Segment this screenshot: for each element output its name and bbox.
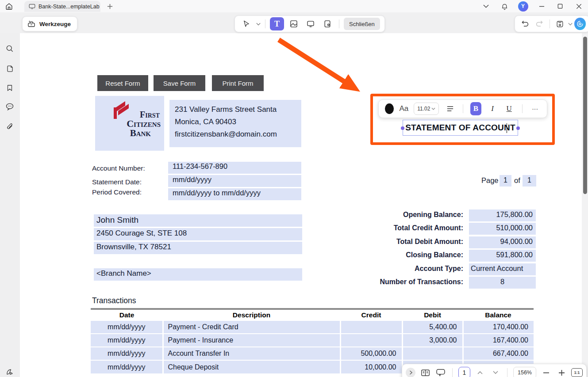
cell-date[interactable]: mm/dd/yyyy [91, 360, 163, 373]
reading-mode-button[interactable] [419, 367, 431, 377]
minimize-button[interactable] [532, 0, 551, 12]
page-number-input[interactable]: 1 [458, 367, 470, 377]
cell-description[interactable]: Account Transfer In [163, 347, 340, 360]
page-total-field[interactable]: 1 [523, 175, 536, 187]
period-covered-field[interactable]: mm/dd/yyyy to mm/dd/yyyy [168, 188, 301, 200]
new-tab-button[interactable] [105, 2, 114, 11]
account-button[interactable]: Y [514, 0, 532, 12]
cell-credit[interactable]: 500,000.00 [340, 347, 402, 360]
bookmarks-panel-button[interactable] [4, 82, 16, 94]
more-options-button[interactable]: ··· [529, 102, 541, 115]
scrollbar-thumb[interactable] [583, 37, 587, 194]
statement-title-textbox[interactable]: STATEMENT OF ACCOUNT [403, 120, 518, 136]
toolbar-divider [265, 19, 265, 28]
comments-panel-button[interactable] [4, 100, 16, 113]
page-current-field[interactable]: 1 [500, 175, 511, 187]
resize-handle-left[interactable] [401, 126, 404, 130]
location-tool-button[interactable] [320, 17, 334, 30]
cell-debit[interactable] [402, 347, 463, 360]
cell-balance[interactable]: 170,400.00 [463, 320, 534, 334]
attachments-panel-button[interactable] [4, 121, 16, 133]
speech-bubble-icon [436, 369, 446, 377]
underline-button[interactable]: U [503, 102, 515, 115]
link-tool-button[interactable] [304, 17, 318, 30]
cell-debit[interactable]: 5,400.00 [402, 320, 463, 334]
cell-balance[interactable]: 167,400.00 [463, 334, 534, 347]
cell-date[interactable]: mm/dd/yyyy [91, 334, 163, 347]
transaction-count-field[interactable]: 8 [469, 277, 536, 289]
print-form-button[interactable]: Print Form [212, 75, 264, 91]
zoom-out-button[interactable] [540, 367, 552, 377]
total-credit-field[interactable]: 510,000.00 [469, 223, 536, 235]
undo-button[interactable] [519, 17, 531, 30]
bank-logo-line1: First [127, 110, 161, 119]
cell-debit[interactable]: 3,000.00 [402, 334, 463, 347]
font-color-button[interactable] [385, 103, 394, 114]
opening-balance-field[interactable]: 175,800.00 [469, 209, 536, 221]
collapse-toolbar-button[interactable] [406, 368, 415, 377]
statement-date-field[interactable]: mm/dd/yyyy [168, 175, 301, 187]
notifications-button[interactable] [495, 0, 514, 12]
save-button[interactable] [553, 17, 566, 30]
account-type-field[interactable]: Current Account [469, 263, 536, 275]
home-button[interactable] [4, 1, 14, 11]
zoom-in-button[interactable] [556, 367, 567, 377]
actual-size-button[interactable]: 1:1 [571, 367, 583, 377]
thumbnails-panel-button[interactable] [4, 62, 16, 75]
redo-button[interactable] [533, 17, 546, 30]
search-panel-button[interactable] [4, 42, 16, 55]
cell-balance[interactable]: 667,400.00 [463, 347, 534, 360]
image-icon [289, 19, 298, 28]
cell-credit[interactable] [340, 320, 402, 334]
cell-date[interactable]: mm/dd/yyyy [91, 320, 163, 334]
bold-button[interactable]: B [470, 102, 482, 115]
close-window-button[interactable] [569, 0, 588, 12]
cell-description[interactable]: Cheque Deposit [163, 360, 340, 373]
cell-date[interactable]: mm/dd/yyyy [91, 347, 163, 360]
tools-button[interactable]: Werkzeuge [22, 16, 77, 31]
history-toolbar [515, 15, 588, 32]
align-button[interactable] [444, 102, 456, 115]
account-number-field[interactable]: 111-234-567-890 [168, 162, 301, 174]
text-cursor [507, 123, 507, 133]
zoom-level-button[interactable]: 156% [513, 367, 536, 377]
text-tool-button[interactable]: T [270, 17, 284, 30]
tab-title: Bank-State...emplateLab [38, 4, 100, 10]
customer-name-field[interactable]: John Smith [94, 214, 302, 227]
document-tab[interactable]: Bank-State...emplateLab [24, 1, 100, 12]
closing-balance-field[interactable]: 591,800.00 [469, 250, 536, 262]
one-to-one-icon: 1:1 [571, 368, 583, 377]
bank-address-field[interactable]: 231 Valley Farms Street Santa Monica, CA… [169, 100, 301, 147]
cell-credit[interactable] [340, 334, 402, 347]
customer-city-field[interactable]: Brownsville, TX 78521 [94, 242, 302, 254]
italic-button[interactable]: I [487, 102, 498, 115]
image-tool-button[interactable] [287, 17, 301, 30]
ai-assistant-button[interactable] [574, 18, 586, 30]
customer-street-field[interactable]: 2450 Courage St, STE 108 [94, 228, 302, 240]
font-family-button[interactable]: Aa [399, 104, 408, 113]
annotation-mode-button[interactable] [435, 367, 446, 377]
previous-page-button[interactable] [474, 367, 486, 377]
resize-handle-right[interactable] [516, 126, 520, 130]
vertical-scrollbar[interactable] [582, 33, 588, 377]
toolbar-divider [339, 19, 339, 28]
paperclip-icon [6, 123, 14, 131]
select-tool-chevron-icon[interactable] [256, 23, 261, 26]
total-debit-field[interactable]: 94,000.00 [469, 236, 536, 248]
save-options-chevron-icon[interactable] [568, 23, 573, 26]
stamp-panel-button[interactable] [4, 366, 16, 377]
save-form-button[interactable]: Save Form [154, 75, 205, 91]
window-menu-button[interactable] [477, 0, 495, 12]
cell-description[interactable]: Payment - Insurance [163, 334, 340, 347]
branch-name-field[interactable]: <Branch Name> [94, 268, 302, 281]
font-size-dropdown[interactable]: 11.02 [414, 103, 439, 115]
close-icon [576, 4, 582, 9]
total-debit-label: Total Debit Amount: [335, 238, 463, 246]
close-edit-mode-button[interactable]: Schließen [344, 18, 380, 30]
next-page-button[interactable] [490, 367, 501, 377]
maximize-button[interactable] [551, 0, 569, 12]
select-tool-button[interactable] [239, 17, 254, 30]
cell-credit[interactable]: 10,000.00 [340, 360, 402, 373]
reset-form-button[interactable]: Reset Form [97, 75, 148, 91]
cell-description[interactable]: Payment - Credit Card [163, 320, 340, 334]
